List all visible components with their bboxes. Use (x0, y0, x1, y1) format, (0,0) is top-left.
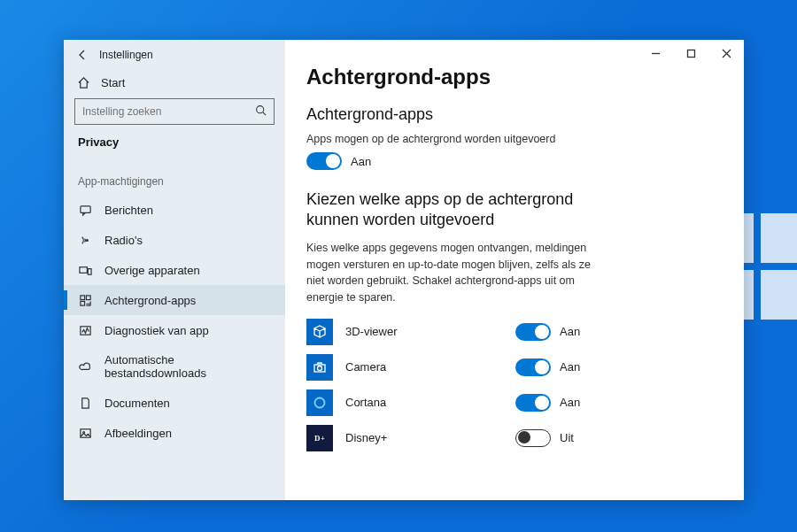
master-toggle[interactable] (306, 152, 342, 170)
titlebar: Instellingen (64, 40, 285, 70)
settings-window: Instellingen Start Privacy App-machtigin… (64, 40, 744, 500)
image-icon (78, 426, 92, 440)
search-box[interactable] (74, 98, 275, 125)
svg-rect-4 (88, 268, 91, 274)
app-toggle-state: Aan (560, 325, 580, 338)
app-toggle[interactable] (515, 359, 551, 376)
sidebar-item-label: Documenten (104, 397, 170, 410)
devices-icon (78, 263, 92, 277)
section-title: App-machtigingen (64, 159, 285, 195)
app-row-camera: Camera Aan (306, 354, 723, 381)
master-toggle-label: Apps mogen op de achtergrond worden uitg… (306, 133, 723, 145)
app-toggle[interactable] (515, 323, 551, 341)
svg-rect-1 (80, 205, 89, 212)
grid-icon (78, 293, 92, 307)
svg-point-13 (318, 366, 322, 370)
search-icon (255, 104, 267, 119)
content: Achtergrond-apps Achtergrond-apps Apps m… (285, 40, 744, 500)
window-title: Instellingen (99, 49, 153, 61)
svg-point-0 (257, 106, 264, 113)
app-toggle[interactable] (515, 394, 551, 412)
master-toggle-row: Aan (306, 152, 723, 170)
window-controls (638, 40, 744, 66)
main-panel: Achtergrond-apps Achtergrond-apps Apps m… (285, 40, 744, 500)
home-link[interactable]: Start (64, 70, 285, 98)
section-heading-2: Kiezen welke apps op de achtergrond kunn… (306, 189, 607, 231)
section-description: Kies welke apps gegevens mogen ontvangen… (306, 240, 607, 306)
sidebar-item-label: Achtergrond-apps (104, 294, 196, 307)
section-heading-1: Achtergrond-apps (306, 105, 723, 124)
sidebar-item-documenten[interactable]: Documenten (64, 388, 285, 418)
svg-rect-11 (687, 50, 694, 57)
svg-rect-9 (80, 428, 89, 436)
sidebar-item-afbeeldingen[interactable]: Afbeeldingen (64, 418, 285, 448)
back-button[interactable] (69, 42, 96, 68)
sidebar-item-radios[interactable]: Radio's (64, 225, 285, 255)
sidebar-item-achtergrond[interactable]: Achtergrond-apps (64, 285, 285, 315)
diag-icon (78, 323, 92, 337)
cloud-icon (78, 359, 92, 374)
app-list: 3D-viewer Aan Camera Aan C (306, 319, 723, 451)
sidebar-item-label: Radio's (104, 234, 143, 247)
app-name: 3D-viewer (345, 325, 478, 338)
cube-icon (306, 319, 333, 345)
sidebar-item-downloads[interactable]: Automatische bestandsdownloads (64, 345, 285, 388)
app-toggle-state: Uit (560, 431, 574, 444)
home-label: Start (101, 76, 125, 89)
camera-icon (306, 354, 333, 381)
app-name: Disney+ (345, 431, 478, 444)
sidebar-item-overige[interactable]: Overige apparaten (64, 255, 285, 285)
radio-icon (78, 233, 92, 247)
app-row-cortana: Cortana Aan (306, 389, 723, 416)
search-input[interactable] (82, 105, 239, 118)
app-toggle[interactable] (515, 429, 551, 447)
ring-icon (306, 389, 333, 416)
sidebar: Instellingen Start Privacy App-machtigin… (64, 40, 285, 500)
maximize-button[interactable] (673, 40, 708, 66)
disney-icon: D+ (306, 425, 333, 451)
app-row-disney: D+ Disney+ Uit (306, 425, 723, 451)
sidebar-item-berichten[interactable]: Berichten (64, 195, 285, 225)
app-row-3dviewer: 3D-viewer Aan (306, 319, 723, 345)
sidebar-item-label: Berichten (104, 204, 153, 217)
nav-list: App-machtigingen Berichten Radio's Overi… (64, 159, 285, 500)
svg-rect-7 (80, 301, 84, 305)
sidebar-item-label: Afbeeldingen (104, 427, 172, 440)
message-icon (78, 203, 92, 217)
svg-rect-5 (80, 295, 84, 299)
page-title: Achtergrond-apps (306, 65, 723, 89)
close-button[interactable] (708, 40, 744, 66)
sidebar-item-label: Overige apparaten (104, 264, 200, 277)
app-toggle-state: Aan (560, 396, 580, 409)
svg-point-2 (86, 239, 88, 241)
sidebar-item-diagnostiek[interactable]: Diagnostiek van app (64, 315, 285, 345)
master-toggle-state: Aan (351, 155, 371, 168)
category-label: Privacy (64, 134, 285, 159)
sidebar-item-label: Diagnostiek van app (104, 324, 209, 337)
home-icon (76, 75, 90, 89)
sidebar-item-label: Automatische bestandsdownloads (104, 353, 271, 380)
doc-icon (78, 396, 92, 410)
svg-rect-3 (79, 266, 86, 273)
minimize-button[interactable] (638, 40, 673, 66)
svg-rect-6 (86, 295, 90, 299)
app-name: Camera (345, 360, 478, 374)
app-toggle-state: Aan (560, 360, 580, 374)
app-name: Cortana (345, 396, 478, 409)
svg-point-14 (315, 397, 325, 407)
